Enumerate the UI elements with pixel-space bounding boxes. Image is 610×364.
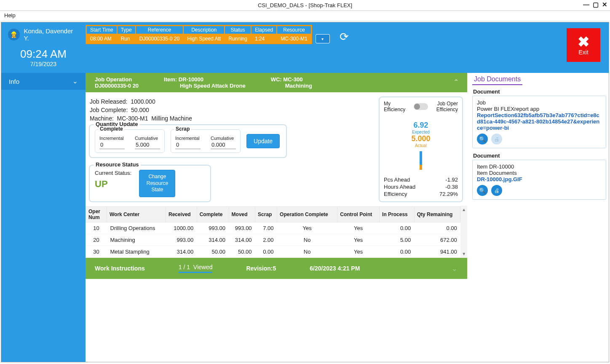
current-status-value: UP	[95, 179, 131, 190]
th-comp[interactable]: Complete	[197, 207, 229, 222]
eff-label: Efficiency	[384, 191, 407, 197]
cell-num: 10	[86, 222, 107, 234]
doc1-link[interactable]: ReportSection632fb5afb57b3e7ab776?ctid=e…	[477, 112, 602, 131]
minimize-button[interactable]: —	[583, 1, 589, 8]
maximize-button[interactable]: ▢	[593, 1, 599, 8]
th-num[interactable]: Oper Num	[86, 207, 107, 222]
clock-time: 09:24 AM	[8, 48, 79, 61]
cell-moved: 314.00	[229, 234, 255, 246]
close-button[interactable]: ✕	[602, 1, 607, 8]
col-ref: Reference	[136, 26, 183, 34]
scrap-subtitle: Scrap	[174, 126, 191, 132]
window-title: CSI_DEMO_DALS - [Shop-Trak FLEX]	[0, 2, 610, 8]
cell-recv: 314.00	[166, 246, 197, 258]
scrap-incremental-input[interactable]: 0	[175, 141, 201, 149]
col-desc: Description	[184, 26, 224, 34]
jobop-label: Job Operation	[95, 76, 139, 83]
table-row[interactable]: 30Metal Stampling314.0050.0050.000.00NoY…	[86, 246, 460, 258]
change-resource-state-button[interactable]: Change Resource State	[139, 170, 175, 197]
current-status-label: Current Status:	[95, 170, 131, 176]
job-ref: DJ00000335-0 20	[136, 35, 183, 43]
cell-ip: 0.00	[380, 222, 415, 234]
jobop-value: DJ00000335-0 20	[95, 83, 139, 89]
job-status: Running	[225, 35, 251, 43]
th-cp[interactable]: Control Point	[337, 207, 380, 222]
th-scrap[interactable]: Scrap	[255, 207, 277, 222]
scroll-down-icon[interactable]: ▼	[462, 252, 466, 256]
complete-cumulative-input[interactable]: 5.000	[135, 141, 160, 149]
avatar-icon: 👷	[8, 29, 20, 40]
cell-qr: 672.00	[414, 234, 460, 246]
exit-button[interactable]: ✖ Exit	[567, 28, 600, 62]
clock-date: 7/19/2023	[8, 61, 79, 67]
doc2-heading: Document	[473, 153, 606, 159]
doc-card-1: Job Power BI FLEXreport app ReportSectio…	[472, 96, 606, 148]
cell-recv: 993.00	[166, 234, 197, 246]
col-type: Type	[118, 26, 135, 34]
job-operation-bar[interactable]: Job Operation DJ00000335-0 20 Item: DR-1…	[86, 73, 467, 92]
cell-opc: No	[277, 234, 337, 246]
scrap-cumulative-input[interactable]: 0.000	[211, 141, 236, 149]
doc2-line2: Item Documents	[477, 170, 602, 176]
sidebar-item-info[interactable]: Info ⌄	[1, 73, 86, 90]
my-eff-label: My Efficiency	[384, 101, 409, 112]
complete-incremental-input[interactable]: 0	[99, 141, 125, 149]
resource-status-title: Resource Status	[94, 161, 141, 168]
exit-label: Exit	[578, 49, 588, 56]
sidebar-item-label: Info	[9, 78, 19, 85]
view-doc2-button[interactable]: 🔍	[477, 185, 488, 196]
doc-card-2: Item DR-10000 Item Documents DR-10000.jp…	[472, 160, 606, 200]
efficiency-toggle[interactable]	[414, 103, 428, 110]
cell-qr: 0.00	[414, 222, 460, 234]
job-desc: High Speed Att	[184, 35, 224, 43]
cell-comp: 314.00	[197, 234, 229, 246]
oper-eff-label: Job Oper Efficiency	[433, 101, 458, 112]
col-status: Status	[225, 26, 251, 34]
job-documents-title: Job Documents	[472, 75, 522, 85]
table-scrollbar[interactable]: ▲ ▼	[460, 206, 467, 258]
chevron-up-icon[interactable]: ⌃	[453, 78, 459, 86]
pcs-ahead-value: -1.92	[445, 177, 458, 183]
cell-scrap: 0.00	[255, 246, 277, 258]
cell-cp: Yes	[337, 222, 380, 234]
wi-viewed: Viewed	[193, 264, 213, 270]
cell-opc: No	[277, 246, 337, 258]
doc2-link[interactable]: DR-10000.jpg.GIF	[477, 176, 602, 182]
view-doc1-button[interactable]: 🔍	[477, 134, 488, 145]
cell-wc: Drilling Operations	[107, 222, 166, 234]
cell-scrap: 7.00	[255, 222, 277, 234]
cell-moved: 993.00	[229, 222, 255, 234]
th-qr[interactable]: Qty Remaining	[414, 207, 460, 222]
chevron-down-icon[interactable]: ⌄	[452, 265, 457, 273]
cell-ip: 0.00	[380, 246, 415, 258]
th-recv[interactable]: Received	[166, 207, 197, 222]
table-row[interactable]: 20Machining993.00314.00314.002.00NoYes5.…	[86, 234, 460, 246]
wc-label: WC: MC-300	[271, 76, 312, 83]
job-dropdown-button[interactable]: ▾	[316, 34, 330, 43]
search-icon: 🔍	[479, 187, 486, 194]
cell-cp: Yes	[337, 234, 380, 246]
complete-label: Job Complete:	[90, 107, 128, 113]
cell-wc: Metal Stampling	[107, 246, 166, 258]
work-instructions-bar[interactable]: Work Instructions 1 / 1 Viewed Revision:…	[86, 258, 467, 279]
refresh-icon[interactable]: ⟳	[337, 30, 351, 43]
scroll-up-icon[interactable]: ▲	[462, 207, 466, 212]
table-row[interactable]: 10Drilling Operations1000.00993.00993.00…	[86, 222, 460, 234]
cell-qr: 941.00	[414, 246, 460, 258]
job-resource: MC-300-M1	[277, 35, 310, 43]
print-doc1-button[interactable]: 🖨	[491, 134, 502, 145]
update-button[interactable]: Update	[246, 134, 280, 148]
menu-help[interactable]: Help	[4, 12, 16, 19]
print-icon: 🖨	[494, 136, 500, 142]
complete-subtitle: Complete	[99, 126, 124, 132]
th-ip[interactable]: In Process	[380, 207, 415, 222]
cell-num: 20	[86, 234, 107, 246]
th-moved[interactable]: Moved	[229, 207, 255, 222]
c-cum-label: Cumulative	[135, 136, 160, 141]
actual-value: 5.000	[384, 134, 458, 143]
col-resource: Resource	[277, 26, 310, 34]
th-wc[interactable]: Work Center	[107, 207, 166, 222]
print-doc2-button[interactable]: 🖨	[491, 185, 502, 196]
th-opc[interactable]: Operation Complete	[277, 207, 337, 222]
wi-revision: Revision:5	[246, 265, 276, 272]
